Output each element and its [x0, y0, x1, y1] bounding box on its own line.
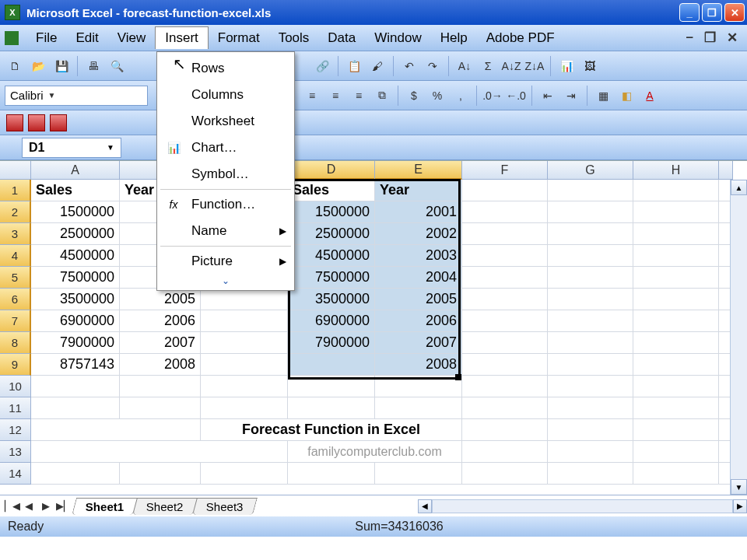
cell[interactable]: 1500000 [31, 201, 120, 223]
align-center-button[interactable]: ≡ [325, 86, 345, 106]
cell[interactable] [31, 376, 120, 397]
insert-function[interactable]: fxFunction… [157, 191, 294, 218]
maximize-button[interactable]: ❐ [702, 3, 722, 22]
cell[interactable]: 4500000 [288, 245, 375, 267]
cell[interactable]: Sales [288, 180, 375, 201]
cell[interactable] [633, 332, 719, 354]
sort-asc-button[interactable]: A↓ [454, 56, 475, 76]
cell[interactable]: familycomputerclub.com [288, 441, 462, 463]
cell[interactable] [201, 332, 288, 354]
cell[interactable] [288, 376, 375, 397]
row-header[interactable]: 3 [0, 223, 31, 245]
menu-window[interactable]: Window [365, 27, 430, 49]
cell[interactable]: 3500000 [288, 289, 375, 310]
cell[interactable] [633, 223, 719, 245]
cell[interactable] [462, 419, 548, 441]
cell[interactable] [548, 201, 633, 223]
cell[interactable] [462, 310, 548, 332]
pdf-email-button[interactable] [28, 114, 45, 131]
format-painter-button[interactable]: 🖌 [367, 56, 388, 76]
paste-button[interactable]: 📋 [344, 56, 364, 76]
col-header-I[interactable] [719, 161, 733, 180]
cell[interactable] [462, 354, 548, 376]
insert-worksheet[interactable]: Worksheet [157, 108, 294, 135]
cell[interactable] [462, 463, 548, 485]
cell[interactable]: 7500000 [288, 267, 375, 289]
cell[interactable] [31, 397, 120, 419]
insert-symbol[interactable]: Symbol… [157, 161, 294, 187]
cell[interactable]: 2005 [375, 289, 462, 310]
cell[interactable] [462, 332, 548, 354]
cell[interactable]: 4500000 [31, 245, 120, 267]
menu-help[interactable]: Help [431, 27, 477, 49]
row-header[interactable]: 12 [0, 419, 31, 441]
cell[interactable] [375, 376, 462, 397]
name-box[interactable]: D1▼ [22, 138, 121, 158]
cell[interactable] [201, 354, 288, 376]
print-button[interactable]: 🖶 [83, 56, 103, 76]
scroll-down-button[interactable]: ▼ [731, 479, 747, 495]
pdf-review-button[interactable] [50, 114, 67, 131]
cell[interactable] [633, 267, 719, 289]
comma-button[interactable]: , [451, 86, 471, 106]
close-button[interactable]: ✕ [724, 3, 745, 22]
menu-file[interactable]: File [26, 27, 66, 49]
undo-button[interactable]: ↶ [399, 56, 419, 76]
print-preview-button[interactable]: 🔍 [107, 56, 127, 76]
cell[interactable] [633, 376, 719, 397]
cell[interactable]: 2006 [375, 310, 462, 332]
row-header[interactable]: 9 [0, 354, 31, 376]
sort-za-button[interactable]: Z↓A [524, 56, 545, 76]
select-all-corner[interactable] [0, 161, 31, 180]
cell[interactable] [462, 201, 548, 223]
menu-view[interactable]: View [108, 27, 156, 49]
col-header-E[interactable]: E [375, 161, 462, 180]
cell[interactable] [462, 245, 548, 267]
cell[interactable] [31, 463, 120, 485]
cell[interactable] [201, 397, 288, 419]
align-right-button[interactable]: ≡ [349, 86, 369, 106]
font-color-button[interactable]: A [640, 86, 660, 106]
cell[interactable]: 2007 [120, 332, 201, 354]
cell[interactable] [201, 376, 288, 397]
new-button[interactable]: 🗋 [5, 56, 25, 76]
cell[interactable] [548, 463, 633, 485]
cell[interactable] [633, 441, 719, 463]
row-header[interactable]: 10 [0, 376, 31, 397]
cell[interactable] [462, 267, 548, 289]
cell[interactable]: 2006 [120, 310, 201, 332]
cell[interactable]: 2003 [375, 245, 462, 267]
merge-center-button[interactable]: ⧉ [372, 86, 392, 106]
doc-restore[interactable]: ❐ [704, 30, 716, 46]
cell[interactable] [375, 463, 462, 485]
cell[interactable]: 2007 [375, 332, 462, 354]
cell[interactable]: 2004 [375, 267, 462, 289]
chart-wizard-button[interactable]: 📊 [556, 56, 577, 76]
row-header[interactable]: 4 [0, 245, 31, 267]
cell[interactable] [462, 397, 548, 419]
menu-data[interactable]: Data [318, 27, 365, 49]
cell[interactable]: 2001 [375, 201, 462, 223]
col-header-D[interactable]: D [288, 161, 375, 180]
cell[interactable] [633, 201, 719, 223]
menu-edit[interactable]: Edit [66, 27, 107, 49]
sort-az-button[interactable]: A↓Z [501, 56, 521, 76]
cell[interactable]: 7900000 [288, 332, 375, 354]
col-header-F[interactable]: F [462, 161, 548, 180]
increase-indent-button[interactable]: ⇥ [561, 86, 581, 106]
menu-insert[interactable]: Insert [155, 26, 209, 49]
cell[interactable] [548, 223, 633, 245]
cell[interactable] [462, 180, 548, 201]
sheet-tab-1[interactable]: Sheet1 [72, 498, 138, 515]
cell[interactable] [288, 463, 375, 485]
cell[interactable] [375, 397, 462, 419]
borders-button[interactable]: ▦ [593, 86, 613, 106]
cell[interactable]: 2500000 [288, 223, 375, 245]
cell[interactable] [31, 419, 201, 441]
expand-menu-icon[interactable]: ⌄ [157, 275, 294, 287]
pdf-convert-button[interactable] [6, 114, 23, 131]
row-header[interactable]: 13 [0, 441, 31, 463]
cell[interactable] [548, 441, 633, 463]
cell[interactable] [633, 463, 719, 485]
percent-button[interactable]: % [427, 86, 447, 106]
